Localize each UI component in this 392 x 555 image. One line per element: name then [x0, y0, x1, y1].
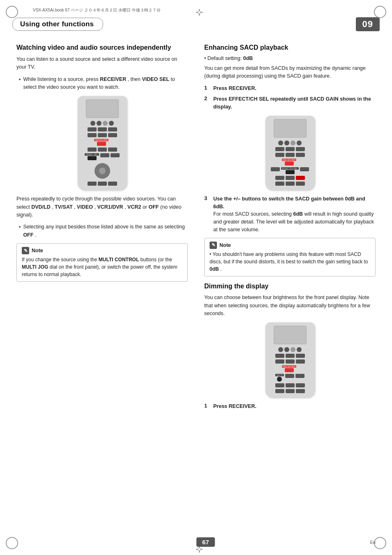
rd-btn5	[275, 354, 284, 358]
remote-image-right-dim: RECEIVER SACD	[204, 322, 376, 398]
rr-btn-plus	[296, 176, 305, 180]
rr-btn13	[275, 176, 284, 180]
rbtn-videosel	[88, 156, 97, 160]
rr-btn8	[275, 153, 284, 157]
rr-btn5	[275, 147, 284, 151]
footer: 67 En	[0, 537, 392, 547]
rbtn-10	[108, 133, 117, 137]
rd-btn13	[275, 383, 284, 387]
rbtn-4	[109, 121, 114, 126]
rd-btn12	[295, 374, 304, 378]
remote-row5	[88, 147, 117, 152]
right-column: Enhancing SACD playback • Default settin…	[200, 44, 376, 414]
rd-btn15	[296, 383, 305, 387]
remote-row3	[88, 133, 117, 137]
rd-btn17	[286, 389, 295, 393]
rr-btn12	[300, 167, 309, 171]
remote-screen-r2	[274, 326, 307, 344]
rd-receiver-label: RECEIVER	[282, 365, 296, 368]
section1-body1: You can listen to a sound source and sel…	[16, 55, 188, 71]
remote-screen	[86, 99, 119, 118]
rd-row3	[275, 359, 305, 364]
rd-btn11	[285, 374, 294, 378]
rd-btn18	[296, 389, 305, 393]
note-box-left: ✎ Note If you change the source using th…	[16, 243, 188, 282]
rd-row6	[275, 383, 305, 387]
bullet1-bold2: VIDEO SEL	[142, 76, 169, 82]
section3-title: Dimming the display	[204, 282, 376, 291]
rbtn-11	[88, 147, 97, 152]
rbtn-1	[90, 121, 95, 126]
note2-end: .	[220, 266, 221, 272]
step1-text: Press RECEIVER.	[213, 85, 256, 92]
rbtn-12	[98, 147, 107, 152]
rr-btn4	[297, 140, 302, 145]
note-body2: buttons (or the	[141, 257, 172, 263]
rd-row5: SACD	[275, 374, 304, 382]
rd-btn8	[275, 359, 284, 364]
bullet2-text: Selecting any input besides those listed…	[23, 224, 184, 230]
rbtn-2	[97, 121, 101, 126]
rr-rbtn-effect	[286, 170, 295, 174]
rd-btn9	[286, 359, 295, 364]
rd-btn14	[286, 383, 295, 387]
rd-btn6	[286, 354, 295, 358]
receiver-label: RECEIVER	[94, 139, 108, 141]
rd-btn4	[297, 347, 302, 352]
remote-image-left: RECEIVER VIDEO SEL	[16, 96, 188, 190]
note-box-right-sacd: ✎ Note • You shouldn't have any problems…	[204, 238, 376, 276]
rr-effect-label: EFFECT/CH SEL	[281, 167, 299, 170]
note-header-left: ✎ Note	[22, 247, 182, 254]
step3-bold: 6dB	[293, 211, 303, 217]
step2-num: 2	[204, 95, 210, 101]
remote-row6: VIDEO SEL	[85, 153, 120, 160]
bullet1-bold1: RECEIVER	[100, 76, 126, 82]
left-column: Watching video and audio sources indepen…	[16, 44, 200, 414]
note2-text2: You shouldn't have any problems using th…	[210, 251, 368, 265]
note2-title: Note	[219, 242, 231, 248]
footer-lang: En	[370, 540, 376, 545]
section1-bullet1: • While listening to a source, press REC…	[19, 76, 188, 92]
rr-btn9	[286, 153, 295, 157]
page-title: Using other functions	[12, 18, 103, 31]
rd-btn3	[291, 347, 295, 352]
rr-btn1	[278, 140, 283, 145]
rbtn-7	[108, 127, 117, 131]
section1-caption: Press repeatedly to cycle through the po…	[16, 195, 188, 219]
rr-btn10	[296, 153, 305, 157]
note-title-left: Note	[32, 248, 43, 253]
note-icon-right-sacd: ✎	[210, 242, 217, 249]
step1: 1 Press RECEIVER.	[204, 85, 376, 92]
remote-row1	[90, 121, 114, 126]
rr-btn16	[286, 182, 295, 186]
bullet1-text: While listening to a source, press	[23, 76, 100, 82]
step2-text: Press EFFECT/CH SEL repeatedly until SAC…	[213, 95, 376, 111]
rbtn-3	[103, 121, 108, 126]
remote-row7	[95, 162, 110, 180]
section1-title: Watching video and audio sources indepen…	[16, 44, 188, 52]
rr-row2	[275, 147, 305, 151]
section1-bullet2: • Selecting any input besides those list…	[19, 223, 188, 239]
section3-body: You can choose between four brightness f…	[204, 294, 376, 318]
main-content: Watching video and audio sources indepen…	[0, 31, 392, 422]
step3-num: 3	[204, 195, 210, 201]
rr-row5: EFFECT/CH SEL	[271, 167, 309, 174]
section3-step1: 1 Press RECEIVER.	[204, 403, 376, 410]
section2-title: Enhancing SACD playback	[204, 44, 376, 52]
note-bold2: MULTI JOG	[22, 264, 48, 270]
rbtn-6	[98, 127, 107, 131]
remote-row4: RECEIVER	[94, 139, 110, 146]
default-setting: • Default setting: 0dB	[204, 55, 376, 61]
header: VSX-AX5Ai.book 67 ページ ２０４年６月２日 水曜日 午後３時２…	[0, 0, 392, 13]
source-off: OFF	[149, 204, 159, 210]
remote-control-left: RECEIVER VIDEO SEL	[78, 96, 127, 190]
rr-rbtn-receiver	[285, 161, 294, 166]
rr-btn7	[296, 147, 305, 151]
source-tv: TV/SAT	[55, 204, 73, 210]
note-bold1: MULTI CONTROL	[99, 257, 139, 263]
rr-btn15	[275, 182, 284, 186]
remote-screen-r1	[274, 119, 307, 138]
rr-btn6	[286, 147, 295, 151]
rr-btn17	[296, 182, 305, 186]
rbtn-16	[88, 182, 97, 186]
